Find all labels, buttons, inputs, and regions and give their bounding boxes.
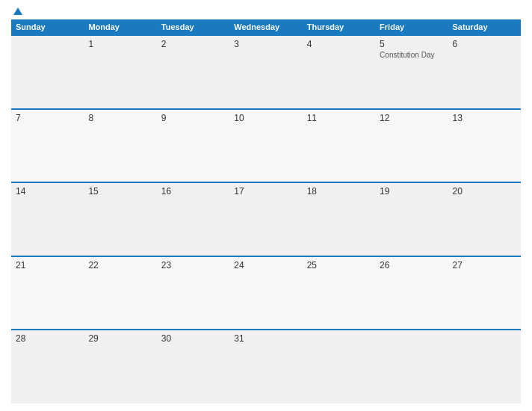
weekday-header-saturday: Saturday (448, 19, 521, 35)
day-number: 8 (88, 113, 152, 123)
calendar-day-cell: 9 (157, 109, 229, 183)
day-number: 9 (161, 113, 225, 123)
day-number: 4 (307, 39, 371, 49)
weekday-header-friday: Friday (375, 19, 448, 35)
logo (11, 7, 22, 15)
calendar-day-cell: 22 (84, 256, 156, 330)
day-number: 26 (380, 260, 443, 271)
day-number: 21 (16, 260, 79, 271)
calendar-day-cell: 18 (303, 182, 375, 256)
day-number: 12 (380, 113, 443, 123)
calendar-header: SundayMondayTuesdayWednesdayThursdayFrid… (11, 19, 521, 35)
calendar-day-cell: 3 (229, 35, 302, 109)
day-number: 1 (88, 39, 152, 49)
calendar-day-cell: 16 (157, 182, 229, 256)
day-number: 16 (161, 186, 225, 197)
calendar-table: SundayMondayTuesdayWednesdayThursdayFrid… (11, 19, 521, 404)
calendar-day-cell: 25 (303, 256, 375, 330)
calendar-day-cell: 5Constitution Day (375, 35, 448, 109)
day-number: 29 (88, 333, 152, 344)
calendar-day-cell: 23 (157, 256, 229, 330)
calendar-day-cell: 29 (84, 330, 156, 404)
calendar-day-cell: 11 (303, 109, 375, 183)
day-number: 14 (16, 186, 79, 197)
calendar-day-cell: 1 (84, 35, 156, 109)
weekday-header-sunday: Sunday (11, 19, 84, 35)
day-number: 7 (16, 113, 79, 123)
day-number: 13 (453, 113, 516, 123)
day-number: 20 (453, 186, 516, 197)
day-number: 25 (307, 260, 371, 271)
weekday-header-thursday: Thursday (303, 19, 375, 35)
day-number: 10 (234, 113, 297, 123)
day-number: 17 (234, 186, 297, 197)
logo-triangle-icon (13, 7, 22, 15)
day-number: 30 (161, 333, 225, 344)
calendar-day-cell: 15 (84, 182, 156, 256)
calendar-week-row: 12345Constitution Day6 (11, 35, 521, 109)
holiday-label: Constitution Day (380, 51, 443, 59)
weekday-header-wednesday: Wednesday (229, 19, 302, 35)
calendar-day-cell: 21 (11, 256, 84, 330)
calendar-day-cell: 10 (229, 109, 302, 183)
day-number: 28 (16, 333, 79, 344)
calendar-day-cell (11, 35, 84, 109)
calendar-day-cell: 12 (375, 109, 448, 183)
calendar-day-cell (303, 330, 375, 404)
calendar-day-cell: 27 (448, 256, 521, 330)
calendar-day-cell: 31 (229, 330, 302, 404)
page-header (11, 7, 521, 15)
calendar-day-cell: 14 (11, 182, 84, 256)
day-number: 22 (88, 260, 152, 271)
calendar-day-cell: 6 (448, 35, 521, 109)
day-number: 18 (307, 186, 371, 197)
calendar-body: 12345Constitution Day6789101112131415161… (11, 35, 521, 404)
calendar-day-cell: 13 (448, 109, 521, 183)
day-number: 23 (161, 260, 225, 271)
calendar-day-cell: 4 (303, 35, 375, 109)
calendar-day-cell: 19 (375, 182, 448, 256)
calendar-week-row: 21222324252627 (11, 256, 521, 330)
day-number: 6 (453, 39, 516, 49)
calendar-day-cell: 7 (11, 109, 84, 183)
calendar-day-cell: 2 (157, 35, 229, 109)
calendar-day-cell: 17 (229, 182, 302, 256)
day-number: 31 (234, 333, 297, 344)
calendar-day-cell: 8 (84, 109, 156, 183)
calendar-week-row: 28293031 (11, 330, 521, 404)
calendar-day-cell: 20 (448, 182, 521, 256)
day-number: 15 (88, 186, 152, 197)
calendar-day-cell (448, 330, 521, 404)
calendar-day-cell (375, 330, 448, 404)
calendar-week-row: 78910111213 (11, 109, 521, 183)
calendar-day-cell: 28 (11, 330, 84, 404)
day-number: 5 (380, 39, 443, 49)
day-number: 27 (453, 260, 516, 271)
calendar-day-cell: 26 (375, 256, 448, 330)
day-number: 19 (380, 186, 443, 197)
calendar-week-row: 14151617181920 (11, 182, 521, 256)
day-number: 11 (307, 113, 371, 123)
day-number: 24 (234, 260, 297, 271)
logo-blue-row (11, 7, 22, 15)
weekday-header-monday: Monday (84, 19, 156, 35)
weekday-header-tuesday: Tuesday (157, 19, 229, 35)
calendar-day-cell: 24 (229, 256, 302, 330)
day-number: 3 (234, 39, 297, 49)
day-number: 2 (161, 39, 225, 49)
weekday-header-row: SundayMondayTuesdayWednesdayThursdayFrid… (11, 19, 521, 35)
calendar-day-cell: 30 (157, 330, 229, 404)
